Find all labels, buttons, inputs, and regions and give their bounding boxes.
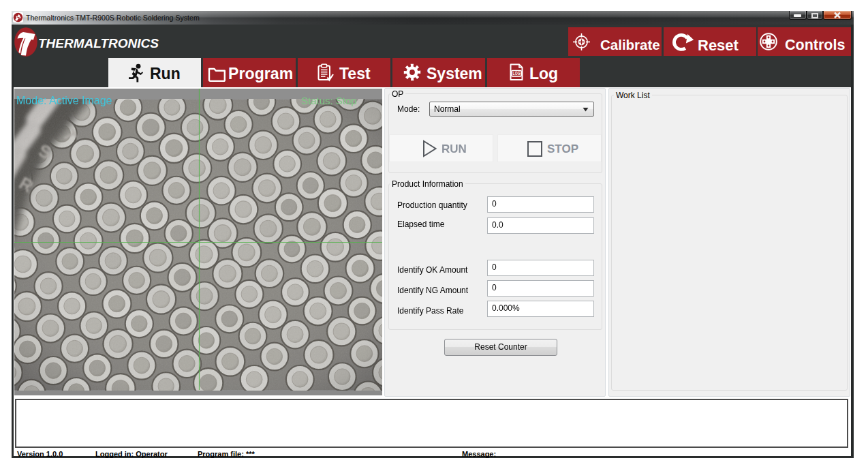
svg-text:Status: Stop: Status: Stop bbox=[301, 95, 357, 106]
svg-text:LOG: LOG bbox=[513, 71, 521, 76]
svg-text:Mode: Active Image: Mode: Active Image bbox=[16, 95, 112, 106]
